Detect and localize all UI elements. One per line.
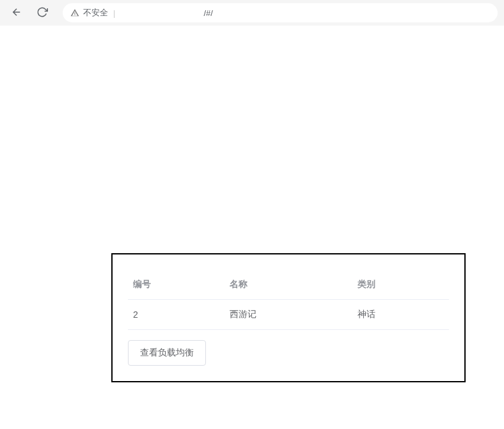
security-label: 不安全 — [83, 7, 108, 19]
address-bar[interactable]: 不安全 | /#/ — [63, 3, 498, 22]
header-name: 名称 — [224, 270, 352, 300]
reload-button[interactable] — [32, 3, 52, 23]
url-separator: | — [113, 8, 115, 18]
cell-name: 西游记 — [224, 300, 352, 330]
cell-category: 神话 — [352, 300, 449, 330]
back-button[interactable] — [6, 3, 27, 23]
warning-icon — [70, 8, 79, 17]
reload-icon — [36, 6, 48, 20]
header-category: 类别 — [352, 270, 449, 300]
cell-id: 2 — [128, 300, 224, 330]
table-header-row: 编号 名称 类别 — [128, 270, 449, 300]
table-row: 2 西游记 神话 — [128, 300, 449, 330]
page-content: 编号 名称 类别 2 西游记 神话 查看负载均衡 — [0, 26, 504, 429]
data-table: 编号 名称 类别 2 西游记 神话 — [128, 270, 449, 330]
header-id: 编号 — [128, 270, 224, 300]
url-path: /#/ — [203, 8, 212, 18]
browser-toolbar: 不安全 | /#/ — [0, 0, 504, 26]
view-load-balance-button[interactable]: 查看负载均衡 — [128, 340, 206, 366]
arrow-left-icon — [11, 6, 22, 20]
data-panel: 编号 名称 类别 2 西游记 神话 查看负载均衡 — [111, 253, 466, 382]
